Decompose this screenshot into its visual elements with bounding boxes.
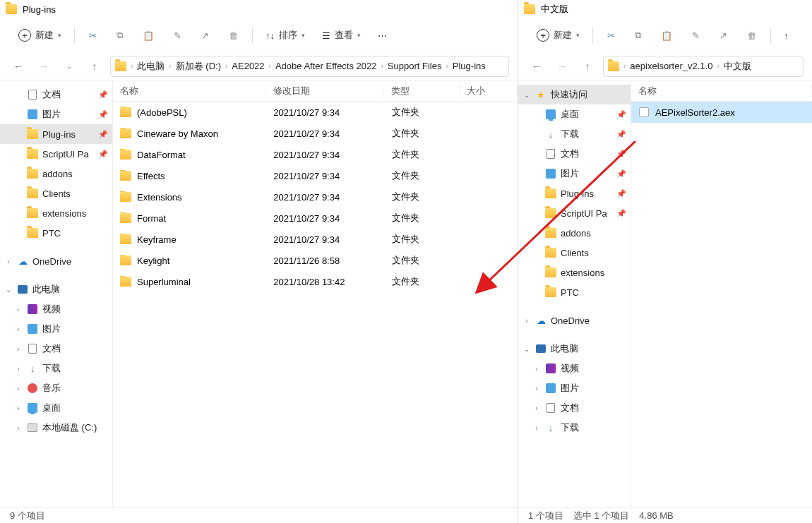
titlebar[interactable]: 中文版 xyxy=(518,0,812,18)
tree-item[interactable]: ›图片 xyxy=(0,319,112,339)
tree-item[interactable]: ›文档 xyxy=(0,339,112,359)
expand-caret[interactable]: › xyxy=(532,424,541,432)
tree-item[interactable]: ›文档 xyxy=(518,398,631,418)
cut-button[interactable]: ✂ xyxy=(80,26,105,45)
tree-item[interactable]: ›☁OneDrive xyxy=(518,311,631,330)
tree-item[interactable]: ↓下载📌 xyxy=(518,124,631,144)
tree-item[interactable]: ›视频 xyxy=(0,299,112,319)
breadcrumb-item[interactable]: Plug-ins xyxy=(450,59,489,73)
col-name[interactable]: 名称 xyxy=(631,85,812,97)
sort-button[interactable]: ↑↓ 排序 ▾ xyxy=(258,25,312,46)
tree-item[interactable]: ⌄此电脑 xyxy=(518,339,631,359)
tree-item[interactable]: 文档📌 xyxy=(518,144,631,164)
col-type[interactable]: 类型 xyxy=(384,85,460,97)
expand-caret[interactable]: › xyxy=(14,325,23,333)
paste-button[interactable]: 📋 xyxy=(134,26,162,45)
tree-item[interactable]: 图片📌 xyxy=(0,104,112,124)
cut-button[interactable]: ✂ xyxy=(599,26,623,45)
tree-item[interactable]: ›图片 xyxy=(518,378,631,398)
col-size[interactable]: 大小 xyxy=(460,85,518,97)
tree-item[interactable]: ⌄此电脑 xyxy=(0,279,112,299)
breadcrumb-item[interactable]: 中文版 xyxy=(721,59,754,74)
breadcrumb-item[interactable]: Support Files xyxy=(385,59,445,73)
file-list[interactable]: (AdobePSL)2021/10/27 9:34文件夹Cineware by … xyxy=(113,102,518,507)
back-button[interactable]: ← xyxy=(8,60,28,72)
column-headers[interactable]: 名称 xyxy=(631,80,812,102)
tree-item[interactable]: PTC xyxy=(518,282,631,302)
expand-caret[interactable]: › xyxy=(4,258,13,265)
breadcrumb-item[interactable]: 新加卷 (D:) xyxy=(173,59,224,74)
breadcrumb-item[interactable]: AE2022 xyxy=(229,59,267,73)
tree-item[interactable]: Clients xyxy=(518,243,631,263)
forward-button[interactable]: → xyxy=(552,60,572,72)
expand-caret[interactable]: › xyxy=(532,404,541,412)
expand-caret[interactable]: › xyxy=(532,365,541,373)
breadcrumb-item[interactable]: Adobe After Effects 2022 xyxy=(273,59,380,73)
sort-button[interactable]: ↑ xyxy=(777,26,796,45)
tree-item[interactable]: ›桌面 xyxy=(0,398,112,418)
tree-item[interactable]: ScriptUI Pa📌 xyxy=(0,144,112,164)
tree-item[interactable]: ›本地磁盘 (C:) xyxy=(0,418,112,438)
tree-item[interactable]: extensions xyxy=(0,203,112,223)
expand-caret[interactable]: › xyxy=(14,404,23,412)
file-row[interactable]: (AdobePSL)2021/10/27 9:34文件夹 xyxy=(113,102,518,123)
breadcrumb-item[interactable]: aepixelsorter_v2.1.0 xyxy=(627,59,715,73)
nav-tree[interactable]: ⌄★快速访问桌面📌↓下载📌文档📌图片📌Plug-ins📌ScriptUI Pa📌… xyxy=(518,80,631,507)
tree-item[interactable]: Plug-ins📌 xyxy=(518,184,631,203)
tree-item[interactable]: Clients xyxy=(0,184,112,203)
tree-item[interactable]: ›↓下载 xyxy=(518,418,631,438)
up-button[interactable]: ↑ xyxy=(85,60,105,72)
tree-item[interactable]: ⌄★快速访问 xyxy=(518,85,631,104)
expand-caret[interactable]: › xyxy=(523,317,531,325)
breadcrumb-item[interactable]: 此电脑 xyxy=(134,59,167,74)
tree-item[interactable]: extensions xyxy=(518,263,631,282)
expand-caret[interactable]: › xyxy=(14,424,23,432)
column-headers[interactable]: 名称 修改日期 类型 大小 xyxy=(113,80,518,102)
file-row[interactable]: Keyframe2021/10/27 9:34文件夹 xyxy=(113,229,518,250)
tree-item[interactable]: ›音乐 xyxy=(0,378,112,398)
tree-item[interactable]: PTC xyxy=(0,223,112,243)
tree-item[interactable]: Plug-ins📌 xyxy=(0,124,112,144)
rename-button[interactable]: ✎ xyxy=(165,26,190,45)
expand-caret[interactable]: ⌄ xyxy=(523,345,531,353)
file-row[interactable]: Effects2021/10/27 9:34文件夹 xyxy=(113,165,518,186)
rename-button[interactable]: ✎ xyxy=(683,26,708,45)
new-button[interactable]: + 新建 ▾ xyxy=(11,25,68,46)
nav-tree[interactable]: 文档📌图片📌Plug-ins📌ScriptUI Pa📌addonsClients… xyxy=(0,80,113,507)
up-button[interactable]: ↑ xyxy=(578,60,597,72)
file-row[interactable]: Keylight2021/11/26 8:58文件夹 xyxy=(113,250,518,271)
breadcrumb[interactable]: › 此电脑› 新加卷 (D:)› AE2022› Adobe After Eff… xyxy=(110,56,509,77)
expand-caret[interactable]: › xyxy=(14,306,23,313)
file-row[interactable]: Superluminal2021/10/28 13:42文件夹 xyxy=(113,271,518,292)
file-row[interactable]: Cineware by Maxon2021/10/27 9:34文件夹 xyxy=(113,123,518,144)
expand-caret[interactable]: ⌄ xyxy=(4,286,13,294)
tree-item[interactable]: addons xyxy=(518,223,631,243)
back-button[interactable]: ← xyxy=(527,60,547,72)
delete-button[interactable]: 🗑 xyxy=(739,26,765,45)
tree-item[interactable]: ›视频 xyxy=(518,359,631,378)
expand-caret[interactable]: ⌄ xyxy=(523,91,531,99)
copy-button[interactable]: ⧉ xyxy=(626,25,650,45)
col-name[interactable]: 名称 xyxy=(113,85,266,97)
file-row[interactable]: Extensions2021/10/27 9:34文件夹 xyxy=(113,186,518,208)
copy-button[interactable]: ⧉ xyxy=(108,25,131,45)
forward-button[interactable]: → xyxy=(34,60,54,72)
tree-item[interactable]: ScriptUI Pa📌 xyxy=(518,203,631,223)
recent-dropdown[interactable]: ⌄ xyxy=(59,62,79,70)
file-row[interactable]: Format2021/10/27 9:34文件夹 xyxy=(113,208,518,229)
paste-button[interactable]: 📋 xyxy=(652,26,681,45)
share-button[interactable]: ↗ xyxy=(193,26,217,45)
tree-item[interactable]: 图片📌 xyxy=(518,164,631,184)
share-button[interactable]: ↗ xyxy=(711,26,736,45)
file-row[interactable]: DataFormat2021/10/27 9:34文件夹 xyxy=(113,144,518,165)
tree-item[interactable]: 桌面📌 xyxy=(518,104,631,124)
breadcrumb[interactable]: › aepixelsorter_v2.1.0› 中文版 xyxy=(603,56,804,77)
tree-item[interactable]: ›↓下载 xyxy=(0,359,112,378)
tree-item[interactable]: addons xyxy=(0,164,112,184)
expand-caret[interactable]: › xyxy=(14,385,23,392)
tree-item[interactable]: ›☁OneDrive xyxy=(0,251,112,271)
expand-caret[interactable]: › xyxy=(14,365,23,373)
file-row[interactable]: AEPixelSorter2.aex xyxy=(631,102,812,123)
view-button[interactable]: ☰ 查看 ▾ xyxy=(315,25,368,46)
more-button[interactable]: ⋯ xyxy=(371,26,394,45)
